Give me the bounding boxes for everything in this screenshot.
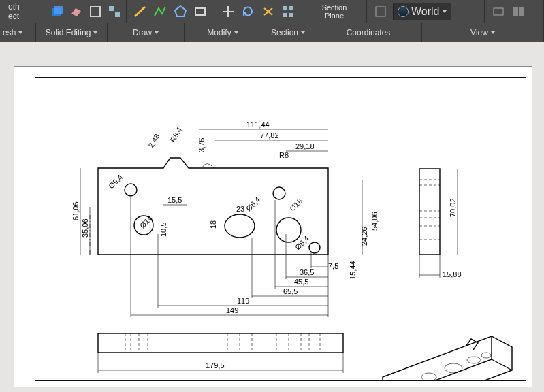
drawing-canvas[interactable]: 111,44 77,82 29,18 R8 R8,4 3,76 2,48 Ø9,… [0, 42, 544, 392]
dim-2-48: 2,48 [146, 132, 161, 149]
draw-top [127, 0, 214, 23]
edit-face-icon[interactable] [50, 3, 65, 20]
svg-line-71 [383, 359, 492, 380]
svg-rect-11 [289, 13, 293, 17]
coordinate-select[interactable]: World [393, 3, 451, 20]
svg-rect-1 [54, 6, 63, 14]
ribbon: oth ect [0, 0, 544, 42]
svg-rect-12 [376, 7, 385, 16]
dim-119: 119 [237, 297, 249, 305]
section-top[interactable]: Section Plane [302, 0, 367, 23]
svg-rect-10 [283, 13, 287, 17]
erase-face-icon[interactable] [69, 3, 84, 20]
array-icon[interactable] [281, 3, 297, 20]
line-icon[interactable] [132, 3, 148, 20]
dim-7-5: 7,5 [328, 262, 338, 270]
dim-77-82: 77,82 [260, 131, 279, 140]
dim-r8-4: R8,4 [168, 126, 183, 144]
view-tool-b-icon[interactable] [511, 3, 527, 20]
modify-top [214, 0, 302, 23]
solid-edit-top [44, 0, 127, 23]
svg-line-72 [492, 359, 512, 370]
rect-icon[interactable] [193, 3, 209, 20]
svg-point-16 [125, 184, 137, 196]
svg-rect-43 [98, 333, 343, 353]
dim-65-5: 65,5 [283, 287, 298, 295]
dim-r8: R8 [279, 151, 289, 159]
dim-18: 18 [209, 220, 217, 229]
draw-panel-label[interactable]: Draw [108, 23, 185, 42]
dim-3-76: 3,76 [197, 138, 206, 152]
svg-point-18 [225, 214, 255, 238]
ucs-prev-icon[interactable] [372, 3, 389, 20]
trunc-label-a: oth [5, 2, 22, 12]
dim-35-06: 35,06 [81, 218, 89, 238]
dim-45-5: 45,5 [294, 278, 308, 286]
dim-70-02: 70,02 [449, 198, 457, 217]
svg-point-19 [273, 187, 285, 199]
technical-drawing: 111,44 77,82 29,18 R8 R8,4 3,76 2,48 Ø9,… [35, 78, 526, 380]
paper-sheet: 111,44 77,82 29,18 R8 R8,4 3,76 2,48 Ø9,… [14, 66, 532, 387]
view-panel-label[interactable]: View [422, 23, 544, 42]
view-top [485, 0, 544, 23]
dim-phi18: Ø18 [288, 197, 304, 212]
dim-15-88: 15,88 [443, 270, 462, 278]
svg-line-5 [135, 7, 145, 16]
globe-icon [398, 6, 409, 17]
polyline-icon[interactable] [153, 3, 169, 20]
ribbon-bottom-row: esh Solid Editing Draw Modify Section Co… [0, 23, 544, 42]
dim-36-5: 36,5 [300, 268, 314, 276]
trim-icon[interactable] [260, 3, 276, 20]
view-tool-a-icon[interactable] [490, 3, 507, 20]
svg-rect-15 [519, 7, 524, 16]
section-plane-label: Section Plane [322, 3, 347, 20]
rotate-icon[interactable] [240, 3, 257, 20]
svg-point-76 [467, 357, 481, 363]
dim-54-06: 54,06 [370, 212, 379, 231]
dim-15-44: 15,44 [349, 261, 357, 280]
dim-10-5: 10,5 [159, 223, 167, 237]
svg-rect-3 [109, 6, 114, 11]
dim-149: 149 [226, 306, 238, 314]
dim-phi8-4a: Ø8,4 [244, 195, 261, 212]
svg-point-20 [276, 218, 301, 242]
coordinate-value: World [411, 5, 440, 18]
chevron-down-icon [443, 10, 447, 13]
dim-phi8-4b: Ø8,4 [293, 234, 310, 251]
dim-179-5: 179,5 [206, 361, 225, 370]
dim-phi9-4: Ø9,4 [107, 173, 124, 190]
svg-marker-6 [175, 6, 186, 16]
svg-rect-8 [283, 6, 287, 10]
modify-panel-label[interactable]: Modify [185, 23, 261, 42]
dim-15-5: 15,5 [167, 196, 182, 204]
svg-rect-2 [91, 7, 100, 16]
svg-rect-59 [419, 169, 440, 255]
solid-editing-panel-label[interactable]: Solid Editing [36, 23, 108, 42]
svg-point-77 [481, 353, 491, 358]
svg-point-75 [445, 363, 462, 373]
svg-rect-13 [494, 8, 503, 15]
dim-29-18: 29,18 [295, 142, 315, 150]
section-panel-label[interactable]: Section [261, 23, 315, 42]
polygon-icon[interactable] [172, 3, 189, 20]
ribbon-top-row: oth ect [0, 0, 544, 23]
svg-rect-7 [195, 8, 205, 15]
coordinates-panel-label[interactable]: Coordinates [315, 23, 422, 42]
shell-icon[interactable] [88, 3, 103, 20]
separate-icon[interactable] [107, 3, 122, 20]
svg-point-21 [309, 242, 320, 253]
svg-rect-9 [289, 6, 293, 10]
drawing-frame: 111,44 77,82 29,18 R8 R8,4 3,76 2,48 Ø9,… [35, 77, 526, 381]
coordinates-top: World [367, 0, 485, 23]
dim-24-26: 24,26 [360, 227, 368, 246]
svg-point-74 [421, 373, 436, 380]
dim-61-06: 61,06 [71, 201, 80, 220]
mesh-panel-label[interactable]: esh [0, 23, 36, 42]
mesh-panel-top: oth ect [0, 0, 44, 23]
trunc-label-b: ect [5, 12, 22, 21]
dim-23: 23 [236, 205, 244, 213]
dim-111-44: 111,44 [246, 120, 270, 129]
svg-rect-4 [115, 12, 120, 17]
svg-rect-14 [513, 7, 518, 16]
move-icon[interactable] [220, 3, 236, 20]
